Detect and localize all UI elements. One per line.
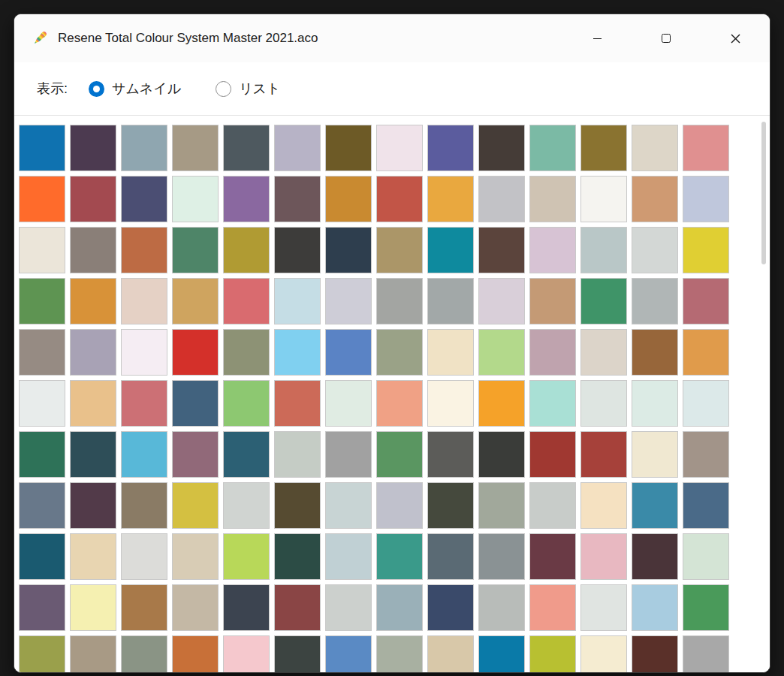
close-button[interactable] [701,14,770,62]
color-swatch[interactable] [223,329,270,376]
color-swatch[interactable] [325,533,372,580]
color-swatch[interactable] [172,635,219,672]
color-swatch[interactable] [325,482,372,529]
color-swatch[interactable] [376,380,423,427]
color-swatch[interactable] [70,533,116,580]
color-swatch[interactable] [376,278,423,324]
color-swatch[interactable] [529,329,576,376]
color-swatch[interactable] [172,329,219,376]
color-swatch[interactable] [529,380,576,427]
color-swatch[interactable] [19,329,65,376]
color-swatch[interactable] [325,125,372,171]
color-swatch[interactable] [529,176,576,222]
color-swatch[interactable] [376,125,423,171]
color-swatch[interactable] [580,125,627,171]
color-swatch[interactable] [580,227,627,273]
color-swatch[interactable] [223,278,270,324]
color-swatch[interactable] [427,227,474,273]
color-swatch[interactable] [427,584,474,631]
maximize-button[interactable] [632,14,701,62]
color-swatch[interactable] [121,584,167,631]
color-swatch[interactable] [274,329,321,376]
color-swatch[interactable] [121,635,167,672]
color-swatch[interactable] [274,380,321,427]
color-swatch[interactable] [121,482,167,529]
color-swatch[interactable] [376,533,423,580]
color-swatch[interactable] [529,125,576,171]
color-swatch[interactable] [376,227,423,273]
color-swatch[interactable] [376,176,423,222]
color-swatch[interactable] [376,584,423,631]
scrollbar[interactable] [760,122,767,666]
view-option-list[interactable]: リスト [216,80,280,98]
color-swatch[interactable] [274,176,321,222]
color-swatch[interactable] [529,635,576,672]
color-swatch[interactable] [580,278,627,324]
color-swatch[interactable] [427,635,474,672]
color-swatch[interactable] [580,584,627,631]
color-swatch[interactable] [427,176,474,222]
color-swatch[interactable] [19,125,65,171]
color-swatch[interactable] [172,227,219,273]
color-swatch[interactable] [529,431,576,478]
color-swatch[interactable] [529,227,576,273]
color-swatch[interactable] [325,584,372,631]
view-option-thumbnail[interactable]: サムネイル [89,80,181,98]
color-swatch[interactable] [19,176,65,222]
color-swatch[interactable] [683,278,729,324]
radio-button-list[interactable] [216,81,231,97]
color-swatch[interactable] [376,482,423,529]
color-swatch[interactable] [683,584,729,631]
color-swatch[interactable] [70,635,116,672]
color-swatch[interactable] [121,533,167,580]
color-swatch[interactable] [478,380,525,427]
color-swatch[interactable] [376,329,423,376]
color-swatch[interactable] [70,482,116,529]
color-swatch[interactable] [19,635,65,672]
color-swatch[interactable] [529,482,576,529]
color-swatch[interactable] [632,278,678,324]
color-swatch[interactable] [70,431,116,478]
color-swatch[interactable] [121,278,167,324]
color-swatch[interactable] [19,227,65,273]
color-swatch[interactable] [632,431,678,478]
color-swatch[interactable] [70,584,116,631]
color-swatch[interactable] [325,380,372,427]
color-swatch[interactable] [121,125,167,171]
color-swatch[interactable] [172,482,219,529]
color-swatch[interactable] [376,635,423,672]
scrollbar-thumb[interactable] [761,122,766,264]
color-swatch[interactable] [274,533,321,580]
color-swatch[interactable] [19,533,65,580]
color-swatch[interactable] [478,431,525,478]
color-swatch[interactable] [274,278,321,324]
color-swatch[interactable] [172,584,219,631]
color-swatch[interactable] [529,278,576,324]
color-swatch[interactable] [683,431,729,478]
color-swatch[interactable] [274,584,321,631]
color-swatch[interactable] [478,278,525,324]
color-swatch[interactable] [580,431,627,478]
color-swatch[interactable] [683,482,729,529]
color-swatch[interactable] [172,380,219,427]
color-swatch[interactable] [580,635,627,672]
color-swatch[interactable] [632,533,678,580]
color-swatch[interactable] [172,431,219,478]
color-swatch[interactable] [427,533,474,580]
color-swatch[interactable] [274,482,321,529]
color-swatch[interactable] [427,329,474,376]
color-swatch[interactable] [580,176,627,222]
color-swatch[interactable] [478,533,525,580]
color-swatch[interactable] [325,329,372,376]
color-swatch[interactable] [121,227,167,273]
color-swatch[interactable] [632,584,678,631]
color-swatch[interactable] [683,176,729,222]
color-swatch[interactable] [478,125,525,171]
color-swatch[interactable] [325,278,372,324]
color-swatch[interactable] [274,431,321,478]
color-swatch[interactable] [325,635,372,672]
color-swatch[interactable] [19,482,65,529]
color-swatch[interactable] [683,125,729,171]
color-swatch[interactable] [121,329,167,376]
color-swatch[interactable] [19,584,65,631]
